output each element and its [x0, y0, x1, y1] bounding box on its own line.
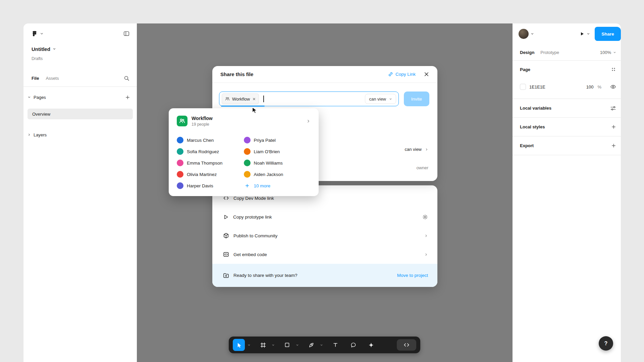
add-style-icon[interactable]: [611, 124, 616, 129]
tab-design[interactable]: Design: [520, 50, 534, 55]
remove-chip-icon[interactable]: [252, 97, 256, 101]
help-button[interactable]: ?: [599, 336, 613, 351]
page-opacity-unit: %: [597, 84, 601, 89]
copy-link-button[interactable]: Copy Link: [388, 72, 416, 77]
toolbar: [229, 337, 420, 353]
user-avatar[interactable]: [519, 29, 529, 39]
zoom-menu[interactable]: 100%: [600, 50, 616, 55]
chevron-down-icon[interactable]: [587, 32, 590, 36]
publish-to-community-row[interactable]: Publish to Community: [212, 226, 437, 245]
member-row[interactable]: Aiden Jackson: [244, 171, 311, 178]
dev-mode-toggle[interactable]: [397, 339, 416, 351]
move-to-project-button[interactable]: Move to project: [397, 273, 428, 278]
right-sidebar-tabs: Design Prototype 100%: [513, 44, 621, 61]
sliders-icon[interactable]: [610, 105, 616, 111]
figma-logo-icon[interactable]: [32, 31, 38, 37]
group-people-icon: [177, 116, 187, 126]
invite-row: Workflow can view Invite: [219, 92, 429, 106]
styles-dots-icon[interactable]: [611, 67, 616, 72]
move-tool[interactable]: [233, 339, 245, 351]
local-variables-label: Local variables: [520, 106, 551, 111]
avatar: [244, 160, 251, 166]
file-header: Untitled Drafts: [23, 44, 137, 70]
member-row[interactable]: Harper Davis: [177, 182, 244, 189]
avatar: [177, 171, 183, 178]
avatar: [177, 160, 183, 166]
page-color-swatch[interactable]: [520, 84, 526, 90]
permission-select-value: can view: [369, 97, 386, 102]
owner-label: owner: [417, 165, 428, 170]
chevron-down-icon[interactable]: [28, 96, 31, 99]
pen-tool[interactable]: [305, 339, 317, 351]
copy-prototype-link-row[interactable]: Copy prototype link: [212, 207, 437, 226]
pages-section-header: Pages: [23, 90, 137, 104]
close-icon[interactable]: [424, 71, 429, 77]
tab-assets[interactable]: Assets: [46, 76, 59, 81]
member-row[interactable]: Emma Thompson: [177, 160, 244, 166]
member-row[interactable]: Marcus Chen: [177, 137, 244, 143]
tab-prototype[interactable]: Prototype: [540, 50, 559, 55]
desktop: Untitled Drafts File Assets Pages: [0, 0, 644, 362]
frame-tool[interactable]: [257, 339, 269, 351]
member-row[interactable]: Olivia Martinez: [177, 171, 244, 178]
footer-prompt: Ready to share with your team?: [233, 273, 298, 278]
add-page-icon[interactable]: [125, 95, 130, 100]
invite-input[interactable]: Workflow can view: [219, 92, 399, 106]
page-color-row: 1E1E1E 100 %: [520, 80, 616, 94]
share-dialog-header: Share this file Copy Link: [212, 66, 437, 83]
group-header[interactable]: Workflow 19 people: [177, 115, 311, 127]
get-embed-code-row[interactable]: Get embed code: [212, 245, 437, 264]
page-item-overview[interactable]: Overview: [28, 109, 133, 119]
permission-select[interactable]: can view: [365, 94, 396, 104]
export-section[interactable]: Export: [513, 136, 621, 155]
page-opacity-value[interactable]: 100: [586, 84, 594, 89]
chevron-down-icon[interactable]: [295, 344, 300, 347]
eye-icon[interactable]: [610, 84, 616, 90]
comment-tool[interactable]: [347, 339, 359, 351]
avatar: [244, 148, 251, 155]
member-row[interactable]: Priya Patel: [244, 137, 311, 143]
chevron-down-icon[interactable]: [271, 344, 275, 347]
gear-icon[interactable]: [422, 214, 428, 220]
chevron-down-icon[interactable]: [247, 344, 251, 347]
page-section: Page 1E1E1E 100 %: [513, 61, 621, 99]
present-play-icon[interactable]: [579, 31, 585, 37]
actions-tool[interactable]: [365, 339, 377, 351]
text-tool[interactable]: [329, 339, 341, 351]
group-suggestion-dropdown: Workflow 19 people Marcus Chen Sofia Rod…: [169, 108, 319, 196]
group-name: Workflow: [192, 116, 213, 121]
people-icon: [225, 97, 230, 101]
show-more-members[interactable]: 10 more: [244, 183, 311, 188]
chevron-down-icon[interactable]: [40, 32, 44, 36]
member-row[interactable]: Sofia Rodriguez: [177, 148, 244, 155]
layers-section-header[interactable]: Layers: [23, 128, 137, 141]
member-row[interactable]: Noah Williams: [244, 160, 311, 166]
local-styles-section[interactable]: Local styles: [513, 118, 621, 136]
member-row[interactable]: Liam O'Brien: [244, 148, 311, 155]
chevron-right-icon[interactable]: [306, 119, 311, 123]
search-icon[interactable]: [124, 75, 129, 81]
toggle-sidebar-icon[interactable]: [123, 31, 129, 37]
pages-label: Pages: [34, 95, 46, 100]
page-color-hex[interactable]: 1E1E1E: [529, 84, 545, 89]
chevron-right-icon[interactable]: [28, 133, 31, 136]
recipient-chip-workflow[interactable]: Workflow: [222, 94, 259, 104]
share-button[interactable]: Share: [595, 27, 621, 41]
chip-active-underline: [221, 106, 265, 107]
embed-icon: [223, 251, 229, 257]
link-access-permission[interactable]: can view: [405, 147, 428, 152]
shape-tool[interactable]: [281, 339, 293, 351]
right-sidebar: Share Design Prototype 100% Page: [513, 23, 621, 362]
chevron-right-icon: [425, 148, 428, 151]
divider: [23, 86, 137, 87]
play-icon: [223, 214, 229, 220]
chevron-down-icon[interactable]: [319, 344, 324, 347]
file-location[interactable]: Drafts: [32, 56, 129, 62]
invite-button[interactable]: Invite: [404, 92, 429, 106]
chevron-down-icon[interactable]: [531, 32, 534, 36]
add-export-icon[interactable]: [611, 143, 616, 148]
file-title[interactable]: Untitled: [32, 46, 50, 52]
chevron-down-icon[interactable]: [53, 47, 56, 51]
tab-file[interactable]: File: [32, 76, 39, 81]
local-variables-section[interactable]: Local variables: [513, 99, 621, 118]
